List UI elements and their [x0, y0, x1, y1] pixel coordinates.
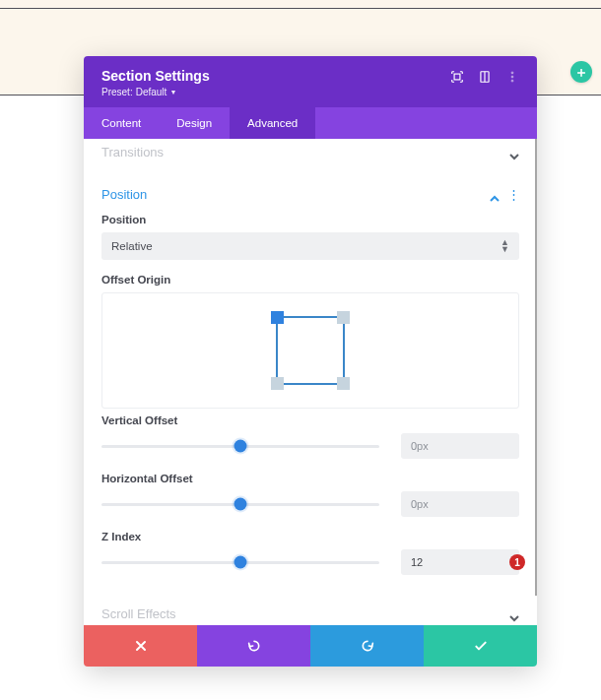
undo-button[interactable] [197, 625, 310, 667]
cancel-button[interactable] [84, 625, 197, 667]
slider-thumb[interactable] [234, 556, 247, 569]
panel-position-title: Position [101, 187, 147, 202]
origin-bottom-right[interactable] [337, 377, 350, 390]
offset-origin-label: Offset Origin [101, 274, 519, 286]
panel-transitions-title: Transitions [101, 145, 164, 159]
svg-point-3 [511, 72, 513, 74]
position-field-label: Position [101, 214, 519, 225]
zindex-input[interactable]: 12 1 [401, 549, 519, 575]
origin-bottom-left[interactable] [271, 377, 284, 390]
save-button[interactable] [424, 625, 537, 667]
preset-value: Default [136, 87, 167, 97]
vertical-offset-input[interactable]: 0px [401, 433, 519, 459]
svg-point-4 [511, 76, 513, 78]
tab-advanced[interactable]: Advanced [230, 107, 315, 139]
redo-button[interactable] [310, 625, 424, 667]
position-select-value: Relative [111, 240, 153, 252]
zindex-label: Z Index [101, 531, 519, 542]
panel-transitions[interactable]: Transitions [101, 139, 519, 169]
panel-scroll-effects[interactable]: Scroll Effects [101, 597, 519, 625]
vertical-offset-slider[interactable] [101, 439, 379, 453]
expand-icon[interactable] [450, 70, 464, 84]
horizontal-offset-slider[interactable] [101, 497, 379, 511]
annotation-badge: 1 [509, 554, 525, 570]
preset-prefix: Preset: [101, 87, 133, 97]
offset-origin-picker [101, 292, 519, 409]
tab-content[interactable]: Content [84, 107, 159, 139]
vertical-offset-label: Vertical Offset [101, 414, 519, 426]
zindex-slider[interactable] [101, 555, 379, 569]
svg-point-5 [511, 80, 513, 82]
origin-top-right[interactable] [337, 311, 350, 324]
scrollbar[interactable] [535, 139, 537, 596]
panel-position[interactable]: Position ⋮ [101, 169, 519, 208]
chevron-down-icon [509, 609, 519, 619]
origin-square [276, 316, 345, 385]
svg-rect-0 [454, 74, 460, 80]
chevron-down-icon [509, 148, 519, 158]
add-section-button[interactable]: ＋ [570, 61, 592, 83]
horizontal-offset-input[interactable]: 0px [401, 491, 519, 517]
chevron-up-icon [490, 190, 500, 200]
slider-thumb[interactable] [234, 440, 247, 453]
position-select[interactable]: Relative ▲▼ [101, 232, 519, 260]
chevron-down-icon: ▼ [169, 89, 176, 95]
horizontal-offset-label: Horizontal Offset [101, 473, 519, 484]
section-settings-modal: Section Settings Preset: Default ▼ Conte… [84, 56, 537, 667]
origin-top-left[interactable] [271, 311, 284, 324]
panel-position-menu-icon[interactable]: ⋮ [507, 188, 519, 201]
slider-thumb[interactable] [234, 498, 247, 511]
modal-tabs: Content Design Advanced [84, 107, 537, 139]
modal-title: Section Settings [101, 68, 210, 84]
snap-icon[interactable] [478, 70, 492, 84]
tab-design[interactable]: Design [159, 107, 230, 139]
select-carets-icon: ▲▼ [501, 239, 509, 253]
modal-footer [84, 625, 537, 667]
more-icon[interactable] [505, 70, 519, 84]
panel-scroll-title: Scroll Effects [101, 606, 176, 621]
modal-header: Section Settings Preset: Default ▼ [84, 56, 537, 107]
preset-selector[interactable]: Preset: Default ▼ [101, 87, 210, 97]
